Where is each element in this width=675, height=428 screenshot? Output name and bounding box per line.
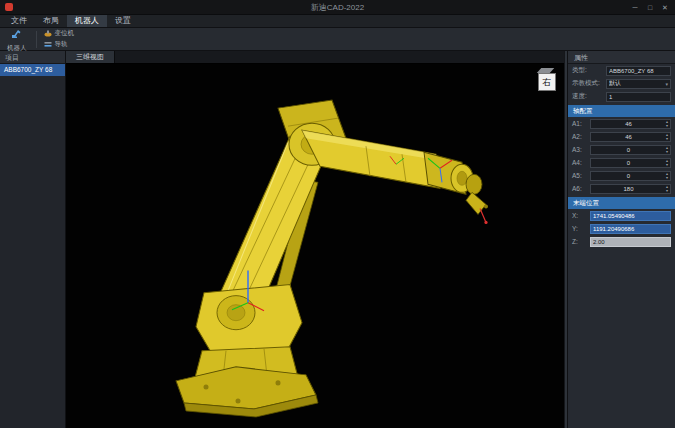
chevron-down-icon: ▾ bbox=[665, 81, 668, 87]
axis-a4-label: A4: bbox=[572, 159, 588, 166]
ribbon-separator bbox=[36, 31, 37, 48]
axis-a4-input[interactable]: 0 ▴▾ bbox=[590, 158, 671, 168]
ribbon: 机器人 变位机 导轨 bbox=[0, 28, 675, 51]
axis-row-a5: A5: 0 ▴▾ bbox=[568, 169, 675, 182]
type-value: ABB6700_ZY 68 bbox=[609, 68, 668, 74]
project-panel: 项目 ABB6700_ZY 68 bbox=[0, 51, 66, 428]
rail-icon bbox=[44, 41, 52, 49]
axis-row-a6: A6: 180 ▴▾ bbox=[568, 182, 675, 195]
viewport-tab-3d[interactable]: 三维视图 bbox=[66, 51, 115, 63]
axis-a1-input[interactable]: 46 ▴▾ bbox=[590, 119, 671, 129]
window-title: 新迪CAD-2022 bbox=[0, 2, 675, 13]
position-row-x: X: 1741.05490486 bbox=[568, 209, 675, 222]
property-row-speed: 速度: 1 bbox=[568, 90, 675, 103]
type-field[interactable]: ABB6700_ZY 68 bbox=[606, 66, 671, 76]
position-x-value: 1741.05490486 bbox=[593, 213, 668, 219]
title-bar: 新迪CAD-2022 ─ □ ✕ bbox=[0, 0, 675, 15]
axis-a2-label: A2: bbox=[572, 133, 588, 140]
axis-a5-input[interactable]: 0 ▴▾ bbox=[590, 171, 671, 181]
position-z-field[interactable]: 2.00 bbox=[590, 237, 671, 247]
axis-config-section-header: 轴配置 bbox=[568, 105, 675, 117]
property-row-type: 类型: ABB6700_ZY 68 bbox=[568, 64, 675, 77]
properties-panel-header: 属性 bbox=[568, 51, 675, 64]
ribbon-positioner-label: 变位机 bbox=[55, 29, 75, 38]
axis-a6-value: 180 bbox=[593, 186, 664, 192]
position-x-field[interactable]: 1741.05490486 bbox=[590, 211, 671, 221]
viewport: 三维视图 bbox=[66, 51, 564, 428]
close-button[interactable]: ✕ bbox=[658, 2, 672, 13]
project-panel-header: 项目 bbox=[0, 51, 65, 64]
ribbon-rail-button[interactable]: 导轨 bbox=[44, 40, 75, 49]
position-z-value: 2.00 bbox=[593, 239, 668, 245]
app-window: 新迪CAD-2022 ─ □ ✕ 文件 布局 机器人 设置 机器人 变位机 bbox=[0, 0, 675, 428]
position-y-label: Y: bbox=[572, 225, 588, 232]
axis-a3-label: A3: bbox=[572, 146, 588, 153]
axis-a3-value: 0 bbox=[593, 147, 664, 153]
tree-item-robot[interactable]: ABB6700_ZY 68 bbox=[0, 64, 65, 76]
minimize-button[interactable]: ─ bbox=[628, 2, 642, 13]
positioner-icon bbox=[44, 30, 52, 38]
teach-mode-label: 示教模式: bbox=[572, 79, 604, 88]
speed-field[interactable]: 1 bbox=[606, 92, 671, 102]
position-row-z: Z: 2.00 bbox=[568, 235, 675, 248]
axis-row-a2: A2: 46 ▴▾ bbox=[568, 130, 675, 143]
menu-tab-layout[interactable]: 布局 bbox=[35, 15, 67, 27]
robot-icon bbox=[11, 25, 22, 43]
maximize-button[interactable]: □ bbox=[643, 2, 657, 13]
type-label: 类型: bbox=[572, 66, 604, 75]
ribbon-positioner-button[interactable]: 变位机 bbox=[44, 29, 75, 38]
axis-a2-input[interactable]: 46 ▴▾ bbox=[590, 132, 671, 142]
position-z-label: Z: bbox=[572, 238, 588, 245]
ribbon-rail-label: 导轨 bbox=[55, 40, 68, 49]
axis-a1-value: 46 bbox=[593, 121, 664, 127]
axis-row-a1: A1: 46 ▴▾ bbox=[568, 117, 675, 130]
speed-value: 1 bbox=[609, 94, 668, 100]
menu-bar: 文件 布局 机器人 设置 bbox=[0, 15, 675, 28]
speed-label: 速度: bbox=[572, 92, 604, 101]
spinner-icon[interactable]: ▴▾ bbox=[666, 146, 668, 153]
spinner-icon[interactable]: ▴▾ bbox=[666, 159, 668, 166]
robot-model[interactable] bbox=[66, 64, 564, 428]
axis-a5-label: A5: bbox=[572, 172, 588, 179]
axis-a6-label: A6: bbox=[572, 185, 588, 192]
axis-row-a3: A3: 0 ▴▾ bbox=[568, 143, 675, 156]
end-position-section-header: 末端位置 bbox=[568, 197, 675, 209]
position-x-label: X: bbox=[572, 212, 588, 219]
position-y-value: 1191.20490686 bbox=[593, 226, 668, 232]
position-y-field[interactable]: 1191.20490686 bbox=[590, 224, 671, 234]
axis-a3-input[interactable]: 0 ▴▾ bbox=[590, 145, 671, 155]
spinner-icon[interactable]: ▴▾ bbox=[666, 185, 668, 192]
axis-a1-label: A1: bbox=[572, 120, 588, 127]
axis-a4-value: 0 bbox=[593, 160, 664, 166]
app-logo-icon bbox=[5, 3, 13, 11]
axis-a2-value: 46 bbox=[593, 134, 664, 140]
properties-panel: 属性 类型: ABB6700_ZY 68 示教模式: 默认 ▾ 速度: 1 轴配… bbox=[567, 51, 675, 428]
axis-row-a4: A4: 0 ▴▾ bbox=[568, 156, 675, 169]
teach-mode-dropdown[interactable]: 默认 ▾ bbox=[606, 79, 671, 89]
view-cube[interactable]: 右 bbox=[539, 74, 555, 90]
window-controls: ─ □ ✕ bbox=[628, 2, 672, 13]
ribbon-small-buttons: 变位机 导轨 bbox=[44, 29, 75, 49]
spinner-icon[interactable]: ▴▾ bbox=[666, 120, 668, 127]
position-row-y: Y: 1191.20490686 bbox=[568, 222, 675, 235]
ribbon-robot-button[interactable]: 机器人 bbox=[5, 25, 29, 53]
menu-tab-robot[interactable]: 机器人 bbox=[67, 15, 107, 27]
menu-tab-settings[interactable]: 设置 bbox=[107, 15, 139, 27]
viewport-canvas[interactable]: 右 bbox=[66, 64, 564, 428]
spinner-icon[interactable]: ▴▾ bbox=[666, 172, 668, 179]
axis-a5-value: 0 bbox=[593, 173, 664, 179]
property-row-teach-mode: 示教模式: 默认 ▾ bbox=[568, 77, 675, 90]
viewport-tab-bar: 三维视图 bbox=[66, 51, 564, 64]
teach-mode-value: 默认 bbox=[609, 79, 665, 88]
axis-a6-input[interactable]: 180 ▴▾ bbox=[590, 184, 671, 194]
spinner-icon[interactable]: ▴▾ bbox=[666, 133, 668, 140]
tool-axis-marker bbox=[480, 208, 488, 224]
